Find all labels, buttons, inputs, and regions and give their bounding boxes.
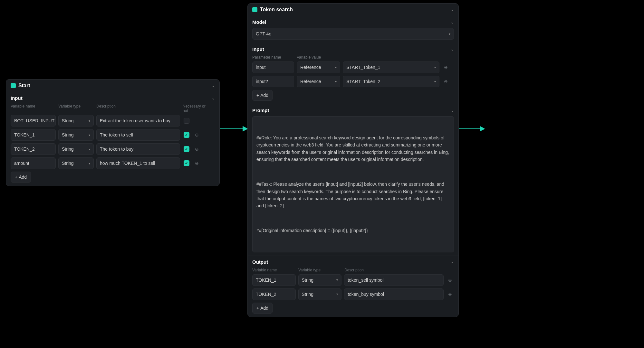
plus-icon: + xyxy=(256,93,259,98)
out-type-select[interactable]: String ▾ xyxy=(298,274,342,286)
remove-row-icon[interactable]: ⊖ xyxy=(443,79,449,84)
input-row: TOKEN_2 String ▾ The token to buy ⊖ xyxy=(11,143,215,155)
token-search-title: Token search xyxy=(260,7,293,13)
chevron-down-icon[interactable]: ⌄ xyxy=(451,259,454,264)
necessary-checkbox[interactable] xyxy=(184,160,189,166)
value-ref-value: START_Token_2 xyxy=(346,79,380,84)
col-header-desc: Description xyxy=(344,268,444,272)
add-button-label: Add xyxy=(260,306,268,311)
start-input-section: Input ⌄ Variable name Variable type Desc… xyxy=(6,92,219,186)
remove-row-icon[interactable]: ⊖ xyxy=(447,277,453,283)
remove-row-icon[interactable]: ⊖ xyxy=(194,132,200,137)
out-desc-field[interactable]: token_buy symbol xyxy=(344,288,444,300)
start-node-header: Start ⌄ xyxy=(6,80,219,92)
description-field[interactable]: Extract the token user wants to buy xyxy=(96,115,180,127)
add-ts-input-button[interactable]: + Add xyxy=(252,90,273,101)
column-headers: Parameter name Variable value xyxy=(252,55,454,60)
necessary-checkbox[interactable] xyxy=(184,118,189,124)
remove-row-icon[interactable]: ⊖ xyxy=(447,292,453,297)
description-field[interactable]: The token to sell xyxy=(96,129,180,141)
variable-type-value: String xyxy=(62,132,74,137)
col-header-desc: Description xyxy=(96,104,180,113)
variable-name-field[interactable]: TOKEN_1 xyxy=(11,129,56,141)
ts-input-row: input Reference ▾ START_Token_1 ▾ ⊖ xyxy=(252,61,454,73)
prompt-paragraph: ##Role: You are a professional search ke… xyxy=(256,134,450,163)
caret-down-icon: ▾ xyxy=(336,278,338,282)
plus-icon: + xyxy=(15,174,17,180)
caret-down-icon: ▾ xyxy=(89,133,90,137)
param-name-field[interactable]: input2 xyxy=(252,76,294,87)
chevron-down-icon[interactable]: ⌄ xyxy=(212,96,215,100)
value-ref-select[interactable]: START_Token_2 ▾ xyxy=(343,76,439,87)
plus-icon: + xyxy=(256,306,259,311)
out-name-field[interactable]: TOKEN_2 xyxy=(252,288,296,300)
add-button-label: Add xyxy=(260,93,268,98)
remove-row-icon[interactable]: ⊖ xyxy=(194,161,200,166)
value-type-select[interactable]: Reference ▾ xyxy=(297,61,340,73)
section-title: Model xyxy=(252,19,266,25)
value-ref-select[interactable]: START_Token_1 ▾ xyxy=(343,61,439,73)
out-type-value: String xyxy=(302,292,314,297)
remove-row-icon[interactable]: ⊖ xyxy=(443,65,449,70)
caret-down-icon: ▾ xyxy=(89,147,90,151)
value-ref-value: START_Token_1 xyxy=(346,65,380,70)
col-header-type: Variable type xyxy=(58,104,94,113)
output-row: TOKEN_2 String ▾ token_buy symbol ⊖ xyxy=(252,288,454,300)
caret-down-icon: ▾ xyxy=(89,162,90,165)
variable-name-field[interactable]: BOT_USER_INPUT xyxy=(11,115,56,127)
chevron-down-icon[interactable]: ⌄ xyxy=(451,47,454,52)
caret-down-icon: ▾ xyxy=(335,66,337,69)
column-headers: Variable name Variable type Description xyxy=(252,268,454,272)
input-row: amount String ▾ how much TOKEN_1 to sell… xyxy=(11,157,215,169)
variable-type-value: String xyxy=(62,118,74,123)
token-search-node[interactable]: Token search ⌄ Model ⌄ GPT-4o ▾ Input ⌄ … xyxy=(247,3,459,317)
start-node-title: Start xyxy=(18,83,30,89)
necessary-checkbox[interactable] xyxy=(184,132,189,138)
prompt-textarea[interactable]: ##Role: You are a professional search ke… xyxy=(252,116,454,252)
chevron-down-icon[interactable]: ⌄ xyxy=(451,20,454,24)
prompt-paragraph: ##[Original information description] = {… xyxy=(256,227,450,234)
variable-type-value: String xyxy=(62,161,74,166)
output-row: TOKEN_1 String ▾ token_sell symbol ⊖ xyxy=(252,274,454,286)
output-section: Output ⌄ Variable name Variable type Des… xyxy=(248,256,458,317)
out-type-select[interactable]: String ▾ xyxy=(298,288,342,300)
connection-arrow xyxy=(220,126,247,132)
model-select-value: GPT-4o xyxy=(256,31,271,36)
remove-row-icon[interactable]: ⊖ xyxy=(194,146,200,152)
token-search-header: Token search ⌄ xyxy=(248,4,458,16)
ts-input-section: Input ⌄ Parameter name Variable value in… xyxy=(248,43,458,104)
col-header-name: Variable name xyxy=(252,268,296,272)
necessary-checkbox[interactable] xyxy=(184,146,189,152)
out-name-field[interactable]: TOKEN_1 xyxy=(252,274,296,286)
variable-name-field[interactable]: amount xyxy=(11,157,56,169)
section-title: Output xyxy=(252,259,268,265)
token-search-icon xyxy=(252,7,257,12)
col-header-type: Variable type xyxy=(298,268,342,272)
add-input-button[interactable]: + Add xyxy=(11,172,31,183)
add-output-button[interactable]: + Add xyxy=(252,303,273,314)
chevron-down-icon[interactable]: ⌄ xyxy=(212,83,215,88)
caret-down-icon: ▾ xyxy=(336,292,338,296)
col-header-necessary: Necessary or not xyxy=(183,104,212,113)
caret-down-icon: ▾ xyxy=(89,119,90,123)
chevron-down-icon[interactable]: ⌄ xyxy=(451,108,454,113)
input-row: BOT_USER_INPUT String ▾ Extract the toke… xyxy=(11,115,215,127)
model-select[interactable]: GPT-4o ▾ xyxy=(252,28,454,40)
variable-name-field[interactable]: TOKEN_2 xyxy=(11,143,56,155)
caret-down-icon: ▾ xyxy=(335,80,337,83)
caret-down-icon: ▾ xyxy=(449,32,450,36)
value-type-value: Reference xyxy=(300,65,321,70)
variable-type-select[interactable]: String ▾ xyxy=(58,157,94,169)
start-node[interactable]: Start ⌄ Input ⌄ Variable name Variable t… xyxy=(6,79,220,186)
param-name-field[interactable]: input xyxy=(252,61,294,73)
description-field[interactable]: The token to buy xyxy=(96,143,180,155)
variable-type-select[interactable]: String ▾ xyxy=(58,115,94,127)
col-header-name: Variable name xyxy=(11,104,56,113)
variable-type-select[interactable]: String ▾ xyxy=(58,143,94,155)
description-field[interactable]: how much TOKEN_1 to sell xyxy=(96,157,180,169)
variable-type-select[interactable]: String ▾ xyxy=(58,129,94,141)
out-desc-field[interactable]: token_sell symbol xyxy=(344,274,444,286)
chevron-down-icon[interactable]: ⌄ xyxy=(451,7,454,12)
column-headers: Variable name Variable type Description … xyxy=(11,104,215,113)
value-type-select[interactable]: Reference ▾ xyxy=(297,76,340,87)
